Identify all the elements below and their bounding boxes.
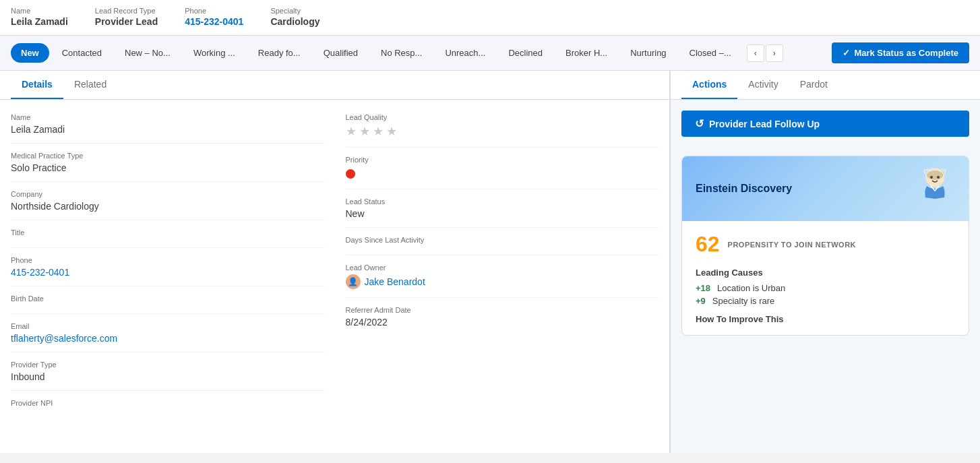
einstein-mascot-icon	[915, 167, 955, 210]
cause-text-1: Location is Urban	[717, 283, 785, 293]
star-4: ★	[386, 124, 397, 139]
field-referrer-admit-date-value: 8/24/2022	[346, 317, 659, 328]
leading-causes-title: Leading Causes	[696, 268, 955, 278]
field-provider-type-value: Inbound	[11, 371, 324, 382]
header-name-value: Leila Zamadi	[11, 16, 68, 27]
propensity-score: 62	[696, 232, 720, 257]
right-panel-tabs: Actions Activity Pardot	[671, 71, 980, 100]
field-birth-date: Birth Date ✎	[11, 286, 324, 314]
svg-point-3	[937, 176, 940, 179]
field-phone: Phone 415-232-0401 ✎	[11, 248, 324, 286]
stage-navigation: ‹ ›	[747, 44, 783, 62]
field-lead-status-value: New	[346, 208, 659, 219]
cause-row-1: +18 Location is Urban	[696, 283, 955, 293]
tab-activity[interactable]: Activity	[737, 71, 789, 99]
svg-point-2	[930, 176, 933, 179]
field-email-value[interactable]: tflaherty@salesforce.com	[11, 333, 324, 344]
left-panel: Details Related Name Leila Zamadi ✎ Medi…	[0, 71, 670, 453]
einstein-title: Einstein Discovery	[696, 183, 792, 195]
header-name-label: Name	[11, 7, 68, 15]
details-content: Name Leila Zamadi ✎ Medical Practice Typ…	[0, 105, 669, 418]
field-company-value: Northside Cardiology	[11, 201, 324, 212]
header-lead-record-type-label: Lead Record Type	[95, 7, 158, 15]
star-2: ★	[359, 124, 370, 139]
field-medical-practice-type-value: Solo Practice	[11, 162, 324, 173]
cause-delta-1: +18	[696, 283, 710, 293]
provider-lead-followup-button[interactable]: ↺ Provider Lead Follow Up	[681, 111, 969, 137]
field-priority: Priority ✎	[346, 148, 659, 189]
header-lead-record-type-value: Provider Lead	[95, 16, 158, 27]
stage-contacted[interactable]: Contacted	[52, 43, 112, 63]
stage-next-button[interactable]: ›	[766, 44, 783, 62]
field-lead-status: Lead Status New ✎	[346, 189, 659, 228]
einstein-header: Einstein Discovery	[682, 156, 969, 221]
einstein-body: 62 PROPENSITY TO JOIN NETWORK Leading Ca…	[682, 221, 969, 335]
propensity-section: 62 PROPENSITY TO JOIN NETWORK	[696, 232, 955, 257]
stage-new-no[interactable]: New – No...	[115, 43, 181, 63]
star-1: ★	[346, 124, 357, 139]
stage-ready[interactable]: Ready fo...	[248, 43, 311, 63]
header-lead-record-type-field: Lead Record Type Provider Lead	[95, 7, 158, 27]
propensity-label: PROPENSITY TO JOIN NETWORK	[728, 241, 856, 249]
einstein-discovery-card: Einstein Discovery	[681, 156, 969, 336]
provider-lead-followup-label: Provider Lead Follow Up	[709, 119, 820, 129]
tab-related[interactable]: Related	[63, 71, 117, 99]
right-panel: Actions Activity Pardot ↺ Provider Lead …	[670, 71, 980, 453]
details-left-col: Name Leila Zamadi ✎ Medical Practice Typ…	[0, 105, 335, 418]
cause-row-2: +9 Specialty is rare	[696, 296, 955, 306]
cause-delta-2: +9	[696, 296, 706, 306]
header-phone-label: Phone	[185, 7, 243, 15]
followup-icon: ↺	[695, 117, 704, 130]
tab-details[interactable]: Details	[11, 71, 63, 99]
field-name-value: Leila Zamadi	[11, 124, 324, 135]
field-name: Name Leila Zamadi ✎	[11, 105, 324, 144]
how-to-improve[interactable]: How To Improve This	[696, 314, 955, 324]
stage-new[interactable]: New	[11, 43, 49, 63]
stage-no-resp[interactable]: No Resp...	[371, 43, 432, 63]
stage-prev-button[interactable]: ‹	[747, 44, 764, 62]
field-referrer-admit-date: Referrer Admit Date 8/24/2022 ✎	[346, 298, 659, 336]
tab-pardot[interactable]: Pardot	[789, 71, 838, 99]
mark-complete-label: Mark Status as Complete	[854, 48, 958, 58]
field-lead-owner-value[interactable]: Jake Benardot	[365, 276, 425, 287]
stage-nurturing[interactable]: Nurturing	[620, 43, 676, 63]
stage-bar: New Contacted New – No... Working ... Re…	[0, 36, 980, 71]
tab-actions[interactable]: Actions	[681, 71, 737, 99]
actions-section: ↺ Provider Lead Follow Up	[671, 100, 980, 148]
field-medical-practice-type: Medical Practice Type Solo Practice ✎	[11, 144, 324, 182]
leading-causes: Leading Causes +18 Location is Urban +9 …	[696, 268, 955, 306]
main-layout: Details Related Name Leila Zamadi ✎ Medi…	[0, 71, 980, 453]
stage-working[interactable]: Working ...	[183, 43, 245, 63]
header-specialty-label: Specialty	[270, 7, 319, 15]
details-right-col: Lead Quality ★ ★ ★ ★ ✎ Priority ✎	[335, 105, 670, 418]
header-specialty-field: Specialty Cardiology	[270, 7, 319, 27]
field-phone-value[interactable]: 415-232-0401	[11, 267, 324, 278]
field-lead-owner: Lead Owner 👤 Jake Benardot ✎	[346, 255, 659, 298]
lead-owner-avatar: 👤	[346, 274, 361, 289]
details-tabs: Details Related	[0, 71, 669, 100]
cause-text-2: Specialty is rare	[712, 296, 774, 306]
mark-complete-button[interactable]: ✓ Mark Status as Complete	[832, 42, 969, 63]
field-email: Email tflaherty@salesforce.com ✎	[11, 314, 324, 352]
lead-quality-stars: ★ ★ ★ ★	[346, 124, 659, 139]
header-phone-field: Phone 415-232-0401	[185, 7, 243, 27]
record-header: Name Leila Zamadi Lead Record Type Provi…	[0, 0, 980, 36]
header-specialty-value: Cardiology	[270, 16, 319, 27]
field-provider-type: Provider Type Inbound ✎	[11, 352, 324, 391]
field-provider-npi: Provider NPI ✎	[11, 391, 324, 418]
checkmark-icon: ✓	[843, 48, 850, 58]
stage-unreach[interactable]: Unreach...	[435, 43, 495, 63]
header-phone-value[interactable]: 415-232-0401	[185, 16, 243, 27]
priority-dot	[346, 169, 355, 179]
field-title: Title ✎	[11, 220, 324, 248]
field-lead-quality: Lead Quality ★ ★ ★ ★ ✎	[346, 105, 659, 148]
star-3: ★	[373, 124, 384, 139]
field-company: Company Northside Cardiology ✎	[11, 182, 324, 220]
stage-broker[interactable]: Broker H...	[555, 43, 617, 63]
stage-closed[interactable]: Closed –...	[679, 43, 741, 63]
stage-qualified[interactable]: Qualified	[313, 43, 368, 63]
svg-point-1	[927, 171, 943, 180]
header-name-field: Name Leila Zamadi	[11, 7, 68, 27]
stage-declined[interactable]: Declined	[498, 43, 553, 63]
field-days-since-last-activity: Days Since Last Activity ✎	[346, 228, 659, 255]
